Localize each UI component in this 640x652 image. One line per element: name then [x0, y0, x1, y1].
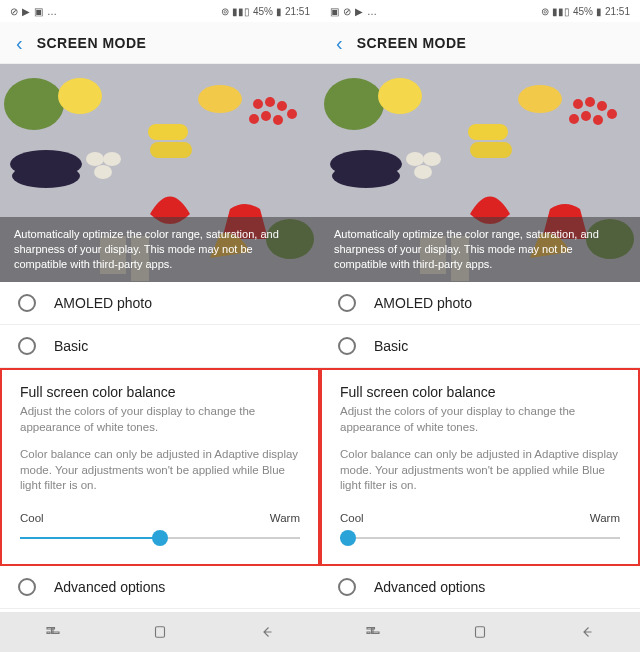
- section-desc: Adjust the colors of your display to cha…: [340, 404, 620, 435]
- phone-screen-left: ⊘ ▶ ▣ … ⊚ ▮▮▯ 45% ▮ 21:51 ‹ SCREEN MODE: [0, 0, 320, 652]
- svg-point-17: [94, 165, 112, 179]
- color-balance-section: Full screen color balance Adjust the col…: [0, 368, 320, 566]
- header: ‹ SCREEN MODE: [0, 22, 320, 64]
- color-balance-slider[interactable]: [20, 528, 300, 548]
- slider-warm-label: Warm: [590, 512, 620, 524]
- section-title: Full screen color balance: [20, 384, 300, 400]
- mode-option-basic[interactable]: Basic: [320, 325, 640, 368]
- section-note: Color balance can only be adjusted in Ad…: [340, 447, 620, 494]
- svg-point-8: [249, 114, 259, 124]
- preview-caption: Automatically optimize the color range, …: [320, 217, 640, 282]
- image-icon: ▣: [330, 6, 339, 17]
- signal-icon: ▮▮▯: [232, 6, 250, 17]
- recents-icon[interactable]: [364, 623, 382, 641]
- svg-rect-21: [155, 627, 164, 638]
- header: ‹ SCREEN MODE: [320, 22, 640, 64]
- slider-thumb[interactable]: [340, 530, 356, 546]
- svg-rect-34: [470, 142, 512, 158]
- svg-point-7: [261, 111, 271, 121]
- back-icon[interactable]: ‹: [336, 33, 343, 53]
- svg-point-32: [607, 109, 617, 119]
- slider-thumb[interactable]: [152, 530, 168, 546]
- section-title: Full screen color balance: [340, 384, 620, 400]
- svg-point-37: [406, 152, 424, 166]
- preview-image: Automatically optimize the color range, …: [0, 64, 320, 282]
- preview-image: Automatically optimize the color range, …: [320, 64, 640, 282]
- mode-label: Basic: [54, 338, 88, 354]
- signal-icon: ▮▮▯: [552, 6, 570, 17]
- svg-point-27: [585, 97, 595, 107]
- advanced-label: Advanced options: [374, 579, 485, 595]
- mode-option-basic[interactable]: Basic: [0, 325, 320, 368]
- svg-point-25: [518, 85, 562, 113]
- phone-screen-right: ▣ ⊘ ▶ … ⊚ ▮▮▯ 45% ▮ 21:51 ‹ SCREEN MODE: [320, 0, 640, 652]
- wifi-icon: ⊚: [221, 6, 229, 17]
- svg-point-3: [198, 85, 242, 113]
- back-nav-icon[interactable]: [578, 623, 596, 641]
- clock: 21:51: [285, 6, 310, 17]
- back-icon[interactable]: ‹: [16, 33, 23, 53]
- color-balance-slider[interactable]: [340, 528, 620, 548]
- svg-point-15: [86, 152, 104, 166]
- navigation-bar: [320, 612, 640, 652]
- mode-option-amoled-photo[interactable]: AMOLED photo: [320, 282, 640, 325]
- video-icon: ▶: [22, 6, 30, 17]
- svg-point-38: [423, 152, 441, 166]
- svg-point-1: [4, 78, 64, 130]
- section-desc: Adjust the colors of your display to cha…: [20, 404, 300, 435]
- home-icon[interactable]: [471, 623, 489, 641]
- svg-point-4: [253, 99, 263, 109]
- svg-point-9: [273, 115, 283, 125]
- radio-icon: [18, 337, 36, 355]
- svg-point-5: [265, 97, 275, 107]
- preview-caption: Automatically optimize the color range, …: [0, 217, 320, 282]
- battery-pct: 45%: [253, 6, 273, 17]
- video-icon: ▶: [355, 6, 363, 17]
- status-bar: ▣ ⊘ ▶ … ⊚ ▮▮▯ 45% ▮ 21:51: [320, 0, 640, 22]
- slider-track-fill: [20, 537, 160, 539]
- mode-label: AMOLED photo: [54, 295, 152, 311]
- slider-track-line: [340, 537, 620, 539]
- radio-icon: [338, 578, 356, 596]
- more-icon: …: [367, 6, 377, 17]
- battery-icon: ▮: [276, 6, 282, 17]
- slider-cool-label: Cool: [340, 512, 364, 524]
- home-icon[interactable]: [151, 623, 169, 641]
- svg-point-26: [573, 99, 583, 109]
- svg-point-14: [12, 164, 80, 188]
- svg-point-39: [414, 165, 432, 179]
- advanced-options-row[interactable]: Advanced options: [320, 566, 640, 609]
- mode-option-amoled-photo[interactable]: AMOLED photo: [0, 282, 320, 325]
- slider-cool-label: Cool: [20, 512, 44, 524]
- status-bar: ⊘ ▶ ▣ … ⊚ ▮▮▯ 45% ▮ 21:51: [0, 0, 320, 22]
- shield-icon: ⊘: [10, 6, 18, 17]
- image-icon: ▣: [34, 6, 43, 17]
- shield-icon: ⊘: [343, 6, 351, 17]
- svg-point-28: [597, 101, 607, 111]
- battery-pct: 45%: [573, 6, 593, 17]
- svg-point-23: [324, 78, 384, 130]
- navigation-bar: [0, 612, 320, 652]
- svg-point-2: [58, 78, 102, 114]
- section-note: Color balance can only be adjusted in Ad…: [20, 447, 300, 494]
- svg-point-29: [581, 111, 591, 121]
- page-title: SCREEN MODE: [357, 35, 467, 51]
- recents-icon[interactable]: [44, 623, 62, 641]
- svg-point-30: [569, 114, 579, 124]
- svg-point-36: [332, 164, 400, 188]
- radio-icon: [18, 578, 36, 596]
- more-icon: …: [47, 6, 57, 17]
- radio-icon: [18, 294, 36, 312]
- advanced-options-row[interactable]: Advanced options: [0, 566, 320, 609]
- svg-rect-33: [468, 124, 508, 140]
- wifi-icon: ⊚: [541, 6, 549, 17]
- back-nav-icon[interactable]: [258, 623, 276, 641]
- svg-point-10: [287, 109, 297, 119]
- svg-point-6: [277, 101, 287, 111]
- radio-icon: [338, 337, 356, 355]
- radio-icon: [338, 294, 356, 312]
- svg-rect-43: [475, 627, 484, 638]
- color-balance-section: Full screen color balance Adjust the col…: [320, 368, 640, 566]
- svg-point-24: [378, 78, 422, 114]
- svg-rect-12: [150, 142, 192, 158]
